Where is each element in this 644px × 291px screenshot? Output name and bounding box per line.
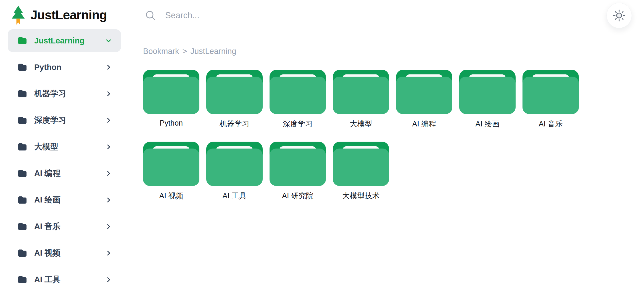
- folder-icon: [18, 63, 27, 71]
- breadcrumb-separator: >: [183, 47, 187, 56]
- folder-label: 深度学习: [283, 119, 313, 129]
- sidebar-item-label: Python: [34, 63, 61, 72]
- sidebar-item-deep-learning[interactable]: 深度学习: [8, 109, 121, 132]
- pine-tree-logo-icon: [11, 5, 25, 25]
- main-area: Bookmark > JustLearning Python 机器学习 深度学习…: [129, 0, 644, 291]
- folder-label: AI 研究院: [282, 191, 313, 201]
- folder-icon: [206, 70, 263, 114]
- folder-tile-ai-tools[interactable]: AI 工具: [206, 142, 263, 201]
- folder-label: AI 视频: [159, 191, 183, 201]
- folder-tile-ai-coding[interactable]: AI 编程: [396, 70, 452, 129]
- chevron-right-icon: [104, 222, 113, 231]
- folder-tile-llm-tech[interactable]: 大模型技术: [333, 142, 389, 201]
- folder-tile-python[interactable]: Python: [143, 70, 199, 129]
- sidebar-item-machine-learning[interactable]: 机器学习: [8, 82, 121, 105]
- folder-label: AI 音乐: [539, 119, 563, 129]
- folder-tile-deep-learning[interactable]: 深度学习: [270, 70, 326, 129]
- sidebar-item-ai-painting[interactable]: AI 绘画: [8, 189, 121, 211]
- search-bar: [145, 10, 606, 21]
- chevron-right-icon: [104, 249, 113, 257]
- chevron-right-icon: [104, 169, 113, 178]
- chevron-right-icon: [104, 276, 113, 284]
- app-title: JustLearning: [30, 7, 107, 22]
- folder-icon: [18, 169, 27, 178]
- sidebar-item-label: AI 绘画: [34, 194, 60, 206]
- chevron-right-icon: [104, 196, 113, 204]
- breadcrumb-current: JustLearning: [190, 47, 236, 56]
- folder-icon: [18, 116, 27, 124]
- sun-icon: [613, 9, 625, 22]
- theme-toggle-button[interactable]: [606, 3, 632, 28]
- folder-tile-ai-video[interactable]: AI 视频: [143, 142, 199, 201]
- folder-icon: [18, 222, 27, 231]
- folder-tile-machine-learning[interactable]: 机器学习: [206, 70, 263, 129]
- sidebar-item-justlearning[interactable]: JustLearning: [8, 29, 121, 52]
- folder-icon: [459, 70, 516, 114]
- folder-tile-ai-music[interactable]: AI 音乐: [522, 70, 579, 129]
- folder-icon: [18, 143, 27, 151]
- sidebar-item-label: 机器学习: [34, 88, 66, 99]
- top-bar: [129, 0, 644, 31]
- sidebar-item-label: AI 音乐: [34, 221, 60, 232]
- folder-label: 大模型: [350, 119, 372, 129]
- breadcrumb-root[interactable]: Bookmark: [143, 47, 179, 56]
- folder-label: 大模型技术: [342, 191, 380, 201]
- folder-icon: [18, 90, 27, 98]
- folder-tile-llm[interactable]: 大模型: [333, 70, 389, 129]
- search-input[interactable]: [165, 10, 606, 21]
- breadcrumb: Bookmark > JustLearning: [143, 47, 636, 56]
- folder-tile-ai-painting[interactable]: AI 绘画: [459, 70, 516, 129]
- folder-icon: [333, 70, 389, 114]
- sidebar-menu: JustLearning Python 机器学习 深度学习 大模型: [8, 26, 121, 291]
- sidebar-item-label: AI 编程: [34, 168, 60, 179]
- folder-icon: [18, 37, 27, 45]
- folder-icon: [18, 249, 27, 257]
- content-area: Bookmark > JustLearning Python 机器学习 深度学习…: [129, 31, 644, 291]
- sidebar-item-label: 深度学习: [34, 115, 66, 126]
- sidebar-item-python[interactable]: Python: [8, 56, 121, 79]
- folder-label: 机器学习: [220, 119, 249, 129]
- sidebar-item-ai-video[interactable]: AI 视频: [8, 242, 121, 264]
- chevron-down-icon: [104, 37, 113, 45]
- folder-icon: [396, 70, 452, 114]
- folder-label: Python: [160, 119, 183, 128]
- folder-icon: [143, 70, 199, 114]
- folder-icon: [18, 276, 27, 284]
- folder-icon: [333, 142, 389, 186]
- chevron-right-icon: [104, 63, 113, 71]
- sidebar-item-llm[interactable]: 大模型: [8, 136, 121, 158]
- sidebar-item-label: 大模型: [34, 141, 58, 152]
- folder-tile-ai-research[interactable]: AI 研究院: [270, 142, 326, 201]
- folder-icon: [522, 70, 579, 114]
- app-logo[interactable]: JustLearning: [8, 0, 121, 26]
- folder-label: AI 绘画: [475, 119, 499, 129]
- folder-icon: [18, 196, 27, 204]
- folder-label: AI 编程: [412, 119, 436, 129]
- chevron-right-icon: [104, 116, 113, 124]
- sidebar-item-ai-tools[interactable]: AI 工具: [8, 268, 121, 291]
- folder-label: AI 工具: [222, 191, 246, 201]
- sidebar: JustLearning JustLearning Python: [0, 0, 129, 291]
- chevron-right-icon: [104, 143, 113, 151]
- folder-icon: [270, 142, 326, 186]
- sidebar-item-label: AI 视频: [34, 248, 60, 259]
- sidebar-item-label: AI 工具: [34, 274, 60, 285]
- search-icon: [145, 10, 156, 21]
- folder-icon: [143, 142, 199, 186]
- folder-grid: Python 机器学习 深度学习 大模型 AI 编程 AI 绘画: [143, 70, 636, 201]
- folder-icon: [270, 70, 326, 114]
- chevron-right-icon: [104, 90, 113, 98]
- sidebar-item-label: JustLearning: [34, 36, 85, 45]
- folder-icon: [206, 142, 263, 186]
- sidebar-item-ai-music[interactable]: AI 音乐: [8, 215, 121, 238]
- sidebar-item-ai-coding[interactable]: AI 编程: [8, 162, 121, 185]
